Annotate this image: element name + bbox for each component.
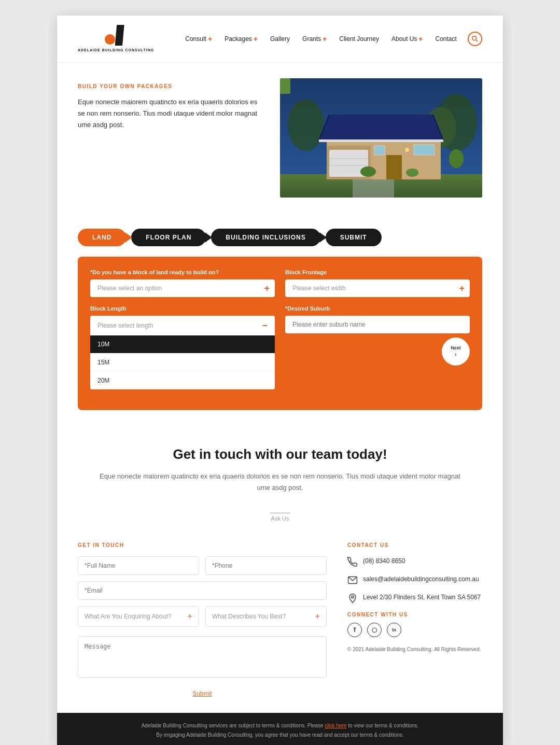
form-row-2: Block Length Please select length − 10M … <box>90 305 470 389</box>
enquiry-select[interactable]: What Are You Enquiring About? + <box>78 606 199 627</box>
block-length-label: Block Length <box>90 305 275 312</box>
phone-icon <box>347 557 358 567</box>
instagram-icon[interactable]: ◯ <box>367 623 382 637</box>
logo: ADELAIDE BUILDING CONSULTING <box>78 25 154 53</box>
block-length-option-10m[interactable]: 10M <box>90 335 275 353</box>
svg-marker-17 <box>319 115 443 140</box>
phone-info: (08) 8340 8650 <box>347 556 482 567</box>
step-arrow-2 <box>205 232 212 243</box>
describes-select[interactable]: What Describes You Best? + <box>205 606 327 627</box>
phone-input[interactable] <box>205 556 327 575</box>
steps-bar: LAND FLOOR PLAN BUILDING INCLUSIONS SUBM… <box>57 213 503 257</box>
block-length-placeholder: Please select length <box>97 322 153 329</box>
footer-text: Adelaide Building Consulting services ar… <box>78 721 482 740</box>
frontage-plus-icon: + <box>459 283 465 293</box>
hero-label: BUILD YOUR OWN PACKAGES <box>78 83 264 89</box>
ask-us-label: Ask Us <box>271 515 289 522</box>
block-frontage-group: Block Frontage Please select width 10M 1… <box>285 269 470 297</box>
block-length-header[interactable]: Please select length − <box>90 316 275 335</box>
nav-grants[interactable]: Grants + <box>302 35 327 43</box>
svg-point-27 <box>352 596 354 598</box>
ask-us-button[interactable]: Ask Us <box>270 513 290 522</box>
desired-suburb-label: *Desired Suburb <box>285 305 470 312</box>
cta-title: Get in touch with our team today! <box>99 446 461 462</box>
land-ready-select-wrapper: Please select an option Yes No + <box>90 279 275 297</box>
hero-description: Eque nonecte maiorem quatincto ex eria q… <box>78 96 264 131</box>
contact-info: CONTACT US (08) 8340 8650 sales@adelaide… <box>347 542 482 697</box>
desired-suburb-group: *Desired Suburb Next › <box>285 305 470 389</box>
svg-point-22 <box>360 166 376 177</box>
email-info: sales@adelaidebuildingconsulting.com.au <box>347 574 482 585</box>
email-icon <box>347 575 358 585</box>
step-floor-plan: FLOOR PLAN <box>131 229 206 246</box>
full-name-input[interactable] <box>78 556 199 575</box>
desired-suburb-input[interactable] <box>285 316 470 333</box>
cta-description: Eque nonecte maiorem quatincto ex eria q… <box>99 471 461 494</box>
block-frontage-select[interactable]: Please select width 10M 15M 20M <box>285 279 470 297</box>
svg-rect-20 <box>319 139 443 142</box>
step-land-button[interactable]: LAND <box>78 229 126 246</box>
search-icon <box>471 35 479 43</box>
nav-contact[interactable]: Contact <box>436 35 457 43</box>
describes-placeholder: What Describes You Best? <box>212 613 286 620</box>
email-text: sales@adelaidebuildingconsulting.com.au <box>363 574 479 584</box>
step-building: BUILDING INCLUSIONS <box>211 229 320 246</box>
block-length-dropdown: Please select length − 10M 15M 20M <box>90 316 275 389</box>
submit-link[interactable]: Submit <box>78 690 327 697</box>
svg-point-21 <box>405 148 409 152</box>
email-input[interactable] <box>78 581 327 600</box>
contact-us-label: CONTACT US <box>347 542 482 548</box>
logo-icon <box>108 25 124 46</box>
form-row-1: *Do you have a block of land ready to bu… <box>90 269 470 297</box>
search-button[interactable] <box>468 32 482 46</box>
step-arrow-3 <box>319 232 327 243</box>
step-submit: SUBMIT <box>326 229 382 246</box>
enquiry-placeholder: What Are You Enquiring About? <box>85 613 171 620</box>
name-phone-row <box>78 556 327 581</box>
step-submit-button[interactable]: SUBMIT <box>326 229 382 246</box>
footer-text-3: By engaging Adelaide Building Consulting… <box>156 732 404 738</box>
nav-about-us[interactable]: About Us + <box>391 35 423 43</box>
land-ready-label: *Do you have a block of land ready to bu… <box>90 269 275 275</box>
ask-line <box>270 513 290 513</box>
next-button[interactable]: Next › <box>442 338 470 366</box>
block-length-option-15m[interactable]: 15M <box>90 353 275 371</box>
linkedin-icon[interactable]: in <box>387 623 401 637</box>
block-frontage-wrapper: Please select width 10M 15M 20M + <box>285 279 470 297</box>
message-textarea[interactable] <box>78 636 327 678</box>
get-in-touch-label: GET IN TOUCH <box>78 542 327 548</box>
enquiry-plus-icon: + <box>188 612 192 621</box>
describes-plus-icon: + <box>315 612 320 621</box>
header: ADELAIDE BUILDING CONSULTING Consult + P… <box>57 16 503 63</box>
cta-section: Get in touch with our team today! Eque n… <box>57 426 503 532</box>
land-ready-group: *Do you have a block of land ready to bu… <box>90 269 275 297</box>
nav-packages[interactable]: Packages + <box>225 35 258 43</box>
footer-text-2: to view our terms & conditions. <box>346 723 418 728</box>
block-length-option-20m[interactable]: 20M <box>90 371 275 389</box>
block-length-group: Block Length Please select length − 10M … <box>90 305 275 389</box>
nav-client-journey[interactable]: Client Journey <box>339 35 379 43</box>
main-nav: Consult + Packages + Gallery Grants + Cl… <box>185 35 468 43</box>
facebook-icon[interactable]: f <box>347 623 362 637</box>
dropdown-minus-icon: − <box>262 321 268 330</box>
step-floor-plan-button[interactable]: FLOOR PLAN <box>131 229 206 246</box>
step-arrow-1 <box>125 232 132 243</box>
phone-text: (08) 8340 8650 <box>363 556 405 566</box>
land-select-plus-icon: + <box>264 283 270 293</box>
land-ready-select[interactable]: Please select an option Yes No <box>90 279 275 297</box>
svg-point-0 <box>472 36 477 40</box>
address-text: Level 2/30 Flinders St, Kent Town SA 506… <box>363 593 481 602</box>
logo-circle <box>105 34 115 45</box>
step-land: LAND <box>78 229 126 246</box>
contact-section: GET IN TOUCH What Are You Enquiring Abou… <box>57 532 503 713</box>
svg-point-3 <box>288 99 324 151</box>
step-building-button[interactable]: BUILDING INCLUSIONS <box>211 229 320 246</box>
social-icons: f ◯ in <box>347 623 482 637</box>
land-form: *Do you have a block of land ready to bu… <box>78 257 482 410</box>
nav-consult[interactable]: Consult + <box>185 35 212 43</box>
logo-text: ADELAIDE BUILDING CONSULTING <box>78 48 154 53</box>
footer-link[interactable]: click here <box>325 723 346 728</box>
nav-gallery[interactable]: Gallery <box>270 35 290 43</box>
logo-slash <box>115 25 124 46</box>
get-in-touch-form: GET IN TOUCH What Are You Enquiring Abou… <box>78 542 327 697</box>
